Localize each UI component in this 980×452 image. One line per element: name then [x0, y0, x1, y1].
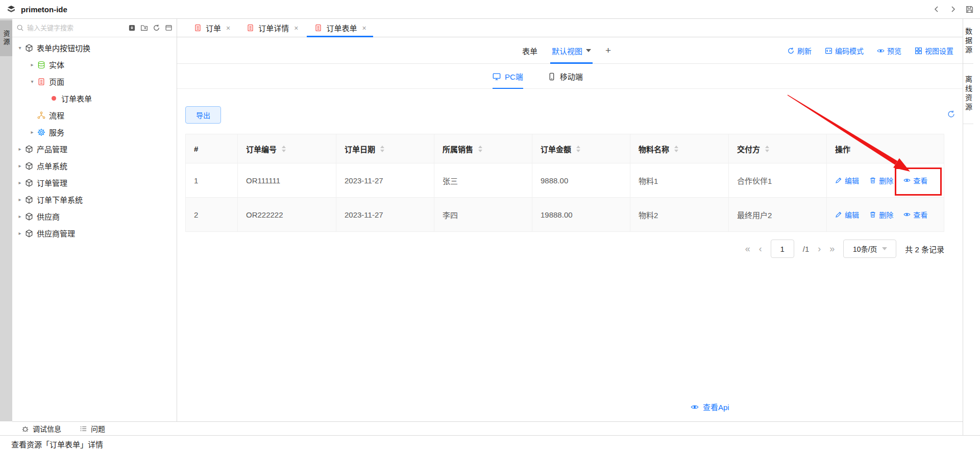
view-api-link[interactable]: 查看Api: [691, 401, 729, 412]
save-icon[interactable]: [965, 5, 974, 14]
cube-icon: [24, 161, 34, 171]
tree-item-flow[interactable]: 流程: [12, 107, 177, 124]
tab-order[interactable]: 订单 ×: [185, 19, 238, 37]
nav-forward-icon[interactable]: [949, 5, 957, 13]
status-bar: 查看资源「订单表单」详情: [0, 435, 980, 452]
total-records: 共 2 条记录: [905, 244, 944, 254]
tree-item-order-placing-system[interactable]: ▸ 订单下单系统: [12, 191, 177, 208]
tree-item-order-mgmt[interactable]: ▸ 订单管理: [12, 174, 177, 191]
activity-strip: 资源: [0, 19, 12, 421]
cell-sales: 张三: [434, 163, 532, 198]
gear-icon: [37, 128, 46, 137]
view-settings-button[interactable]: 视图设置: [915, 45, 953, 56]
tree-item-form-button-switch[interactable]: ▾ 表单内按钮切换: [12, 39, 177, 56]
collapse-arrow-icon[interactable]: ▾: [16, 45, 23, 51]
cell-actions: 编辑 删除 查看: [827, 198, 944, 232]
form-tab[interactable]: 表单: [522, 37, 537, 64]
tab-pc-label: PC端: [505, 71, 523, 82]
view-link[interactable]: 查看: [903, 175, 927, 185]
expand-arrow-icon[interactable]: ▸: [16, 163, 23, 169]
tree-item-entity[interactable]: ▸ 实体: [12, 56, 177, 73]
sidebar-tab-datasource[interactable]: 数据源: [963, 19, 973, 64]
refresh-tree-icon[interactable]: [153, 24, 160, 32]
tree-item-supplier[interactable]: ▸ 供应商: [12, 208, 177, 225]
code-mode-button[interactable]: 编码模式: [825, 45, 864, 56]
close-icon[interactable]: ×: [294, 24, 298, 32]
problems-button[interactable]: 问题: [80, 423, 105, 434]
sort-icon[interactable]: [765, 146, 769, 152]
export-button[interactable]: 导出: [185, 106, 221, 124]
refresh-button[interactable]: 刷新: [787, 45, 812, 56]
expand-arrow-icon[interactable]: ▸: [16, 230, 23, 236]
database-icon: [37, 60, 46, 69]
col-delivery[interactable]: 交付方: [729, 134, 827, 163]
import-resource-icon[interactable]: [128, 24, 136, 32]
last-page-icon[interactable]: »: [829, 244, 835, 253]
tree-item-supplier-mgmt[interactable]: ▸ 供应商管理: [12, 225, 177, 242]
collapse-arrow-icon[interactable]: ▾: [29, 79, 36, 84]
preview-button[interactable]: 预览: [877, 45, 901, 56]
sort-icon[interactable]: [674, 146, 678, 152]
col-amount[interactable]: 订单金额: [532, 134, 630, 163]
tab-order-detail[interactable]: 订单详情 ×: [238, 19, 306, 37]
tree-item-label: 点单系统: [37, 160, 67, 171]
debug-info-button[interactable]: 调试信息: [21, 423, 61, 434]
cell-sales: 李四: [434, 198, 532, 232]
grid-icon: [915, 47, 922, 55]
close-icon[interactable]: ×: [226, 24, 230, 32]
col-material[interactable]: 物料名称: [630, 134, 729, 163]
col-order-no[interactable]: 订单编号: [238, 134, 336, 163]
add-view-button[interactable]: +: [605, 37, 611, 64]
close-icon[interactable]: ×: [362, 24, 366, 32]
delete-link[interactable]: 删除: [869, 209, 893, 220]
next-page-icon[interactable]: ›: [818, 244, 821, 253]
page-size-select[interactable]: 10条/页: [843, 240, 896, 258]
expand-arrow-icon[interactable]: ▸: [29, 129, 36, 135]
view-link[interactable]: 查看: [903, 209, 927, 220]
cube-icon: [24, 43, 34, 53]
sort-icon[interactable]: [478, 146, 482, 152]
tree-item-ordering-system[interactable]: ▸ 点单系统: [12, 157, 177, 174]
expand-arrow-icon[interactable]: ▸: [29, 62, 36, 67]
sort-icon[interactable]: [380, 146, 384, 152]
tab-mobile[interactable]: 移动端: [548, 64, 583, 89]
delete-link[interactable]: 删除: [869, 175, 893, 185]
prev-page-icon[interactable]: ‹: [759, 244, 762, 253]
tree-item-order-form[interactable]: 订单表单: [12, 90, 177, 107]
default-view-selector[interactable]: 默认视图: [552, 37, 591, 64]
expand-arrow-icon[interactable]: ▸: [16, 197, 23, 202]
tab-pc[interactable]: PC端: [493, 64, 523, 89]
edit-link[interactable]: 编辑: [835, 175, 859, 185]
nav-back-icon[interactable]: [933, 5, 941, 13]
expand-arrow-icon[interactable]: ▸: [16, 213, 23, 219]
table-row: 1 OR111111 2023-11-27 张三 9888.00 物料1 合作伙…: [186, 163, 944, 198]
sort-icon[interactable]: [576, 146, 580, 152]
pencil-icon: [835, 211, 842, 218]
first-page-icon[interactable]: «: [745, 244, 750, 253]
collapse-panel-icon[interactable]: [165, 24, 173, 32]
expand-arrow-icon[interactable]: ▸: [16, 146, 23, 152]
pagination: « ‹ 1 /1 › » 10条/页 共 2 条记录: [745, 239, 944, 259]
cell-delivery: 最终用户2: [729, 198, 827, 232]
tab-order-form[interactable]: 订单表单 ×: [306, 19, 374, 37]
tree-item-service[interactable]: ▸ 服务: [12, 124, 177, 140]
phone-icon: [548, 73, 556, 81]
tab-mobile-label: 移动端: [560, 71, 583, 82]
sort-icon[interactable]: [282, 146, 286, 152]
col-order-date[interactable]: 订单日期: [336, 134, 434, 163]
new-folder-icon[interactable]: [140, 24, 148, 32]
current-page-input[interactable]: 1: [771, 240, 794, 258]
tree-item-product-mgmt[interactable]: ▸ 产品管理: [12, 140, 177, 157]
debug-info-label: 调试信息: [33, 423, 61, 434]
pencil-icon: [835, 177, 842, 184]
sidebar-tab-resources[interactable]: 资源: [0, 20, 12, 56]
table-refresh-icon[interactable]: [947, 110, 955, 118]
preview-label: 预览: [887, 45, 901, 56]
sidebar-tab-offline-resources[interactable]: 离线资源: [963, 64, 973, 124]
expand-arrow-icon[interactable]: ▸: [16, 180, 23, 185]
col-sales[interactable]: 所属销售: [434, 134, 532, 163]
search-input[interactable]: [27, 24, 125, 32]
tree-item-page[interactable]: ▾ 页面: [12, 73, 177, 90]
edit-link[interactable]: 编辑: [835, 209, 859, 220]
debug-icon: [21, 425, 29, 433]
